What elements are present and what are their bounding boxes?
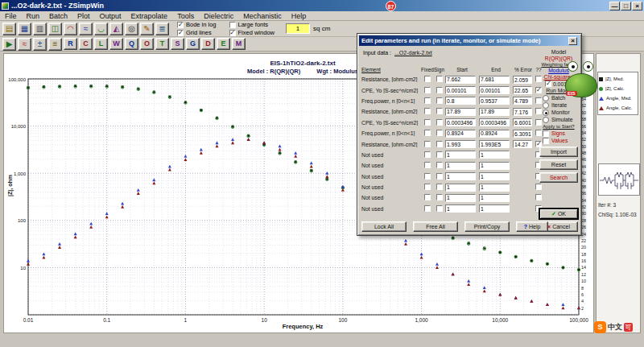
- radio-batch[interactable]: [543, 95, 549, 101]
- start-value-input[interactable]: [445, 184, 476, 192]
- element-L-button[interactable]: L: [94, 38, 108, 50]
- element-G-button[interactable]: G: [186, 38, 200, 50]
- menu-plot[interactable]: Plot: [72, 12, 95, 20]
- fixed-checkbox[interactable]: [424, 76, 431, 82]
- start-value-input[interactable]: [445, 76, 476, 84]
- element-S-button[interactable]: S: [171, 38, 184, 50]
- menu-dielectric[interactable]: Dielectric: [199, 12, 238, 20]
- sign-checkbox[interactable]: [436, 141, 443, 147]
- close-button[interactable]: ×: [632, 2, 642, 10]
- fixed-checkbox[interactable]: [424, 141, 431, 147]
- bode-plot-icon[interactable]: ≈: [79, 23, 93, 35]
- menu-file[interactable]: File: [0, 12, 22, 20]
- start-value-input[interactable]: [445, 204, 476, 213]
- fixed-checkbox[interactable]: [424, 119, 431, 126]
- radio-iterate[interactable]: [543, 102, 549, 109]
- end-value-input[interactable]: [479, 86, 510, 94]
- sign-checkbox[interactable]: [436, 205, 443, 212]
- start-value-input[interactable]: [445, 108, 476, 116]
- start-value-input[interactable]: [445, 118, 476, 126]
- radio-simulate[interactable]: [543, 117, 549, 123]
- sign-checkbox[interactable]: [436, 87, 443, 93]
- open-file-icon[interactable]: ▤: [2, 23, 16, 35]
- fixed-checkbox[interactable]: [424, 205, 431, 212]
- end-value-input[interactable]: [479, 140, 510, 148]
- start-value-input[interactable]: [445, 194, 476, 202]
- start-value-input[interactable]: [445, 97, 476, 105]
- sign-checkbox[interactable]: [436, 184, 443, 190]
- sign-checkbox[interactable]: [436, 119, 443, 126]
- maximize-button[interactable]: □: [621, 2, 631, 10]
- fixed-checkbox[interactable]: [424, 194, 431, 200]
- circuit-model-icon[interactable]: ≡: [48, 38, 62, 51]
- print-icon[interactable]: ▥: [33, 23, 47, 35]
- admittance-plot-icon[interactable]: ◡: [94, 23, 108, 35]
- menu-extrapolate[interactable]: Extrapolate: [126, 12, 173, 20]
- menu-output[interactable]: Output: [95, 12, 126, 20]
- checkbox-large-fonts[interactable]: [229, 22, 236, 28]
- element-T-button[interactable]: T: [155, 38, 169, 50]
- fixed-checkbox[interactable]: [424, 173, 431, 180]
- element-C-button[interactable]: C: [79, 38, 93, 50]
- sign-checkbox[interactable]: [436, 151, 443, 158]
- checkbox-signs[interactable]: [543, 130, 549, 137]
- end-value-input[interactable]: [479, 172, 510, 180]
- fixed-checkbox[interactable]: [424, 130, 431, 136]
- zoom-icon[interactable]: ◎: [125, 23, 138, 35]
- area-input[interactable]: [286, 23, 310, 34]
- ok-button[interactable]: ✓OK: [539, 209, 578, 219]
- lock-all-button[interactable]: Lock All: [361, 221, 407, 232]
- menu-run[interactable]: Run: [22, 12, 45, 20]
- fixed-checkbox[interactable]: [424, 87, 431, 93]
- end-value-input[interactable]: [479, 204, 510, 213]
- save-icon[interactable]: ▦: [18, 23, 31, 35]
- element-W-button[interactable]: W: [109, 38, 123, 50]
- sign-checkbox[interactable]: [436, 173, 443, 180]
- radio-monitor[interactable]: [543, 109, 549, 116]
- element-R-button[interactable]: R: [64, 38, 77, 50]
- fixed-checkbox[interactable]: [424, 162, 431, 168]
- end-value-input[interactable]: [479, 118, 510, 126]
- start-value-input[interactable]: [445, 151, 476, 159]
- fit-run-icon[interactable]: ▶: [2, 38, 16, 51]
- element-Q-button[interactable]: Q: [125, 38, 138, 50]
- nyquist-plot-icon[interactable]: ◠: [64, 23, 77, 35]
- start-value-input[interactable]: [445, 130, 476, 138]
- sign-checkbox[interactable]: [436, 194, 443, 200]
- element-M-button[interactable]: M: [232, 38, 246, 50]
- checkbox-fixed-window[interactable]: [229, 30, 236, 36]
- end-value-input[interactable]: [479, 194, 510, 202]
- chi-squared-checkbox[interactable]: [545, 81, 551, 87]
- end-value-input[interactable]: [479, 97, 510, 105]
- fixed-checkbox[interactable]: [424, 97, 431, 104]
- sign-checkbox[interactable]: [436, 76, 443, 82]
- menu-tools[interactable]: Tools: [172, 12, 199, 20]
- checkbox-grid-lines[interactable]: [177, 30, 184, 36]
- edit-icon[interactable]: ✎: [140, 23, 154, 35]
- checkbox-values[interactable]: [543, 138, 549, 144]
- end-value-input[interactable]: [479, 184, 510, 192]
- sign-checkbox[interactable]: [436, 162, 443, 168]
- capacitance-plot-icon[interactable]: ◭: [109, 23, 123, 35]
- title-bar[interactable]: ...O2-dark-2.txt - ZSimpWin — □ ×: [0, 0, 644, 11]
- element-D-button[interactable]: D: [201, 38, 215, 50]
- sign-checkbox[interactable]: [436, 108, 443, 114]
- search-button[interactable]: Search: [539, 172, 578, 183]
- fixed-checkbox[interactable]: [424, 184, 431, 190]
- free-all-button[interactable]: Free All: [413, 221, 458, 232]
- menu-mechanistic[interactable]: Mechanistic: [238, 12, 287, 20]
- end-value-input[interactable]: [479, 151, 510, 159]
- fixed-checkbox[interactable]: [424, 108, 431, 114]
- element-E-button[interactable]: E: [217, 38, 230, 50]
- menu-batch[interactable]: Batch: [44, 12, 72, 20]
- residuals-icon[interactable]: ±: [33, 38, 47, 51]
- input-data-file[interactable]: ...O2-dark-2.txt: [394, 50, 432, 56]
- spectrum-icon[interactable]: ≈: [18, 38, 31, 51]
- minimize-button[interactable]: —: [609, 2, 620, 10]
- end-value-input[interactable]: [479, 130, 510, 138]
- end-value-input[interactable]: [479, 162, 510, 170]
- help-button[interactable]: ?Help: [516, 221, 548, 232]
- start-value-input[interactable]: [445, 86, 476, 94]
- dialog-close-icon[interactable]: ×: [568, 37, 577, 45]
- element-O-button[interactable]: O: [140, 38, 154, 50]
